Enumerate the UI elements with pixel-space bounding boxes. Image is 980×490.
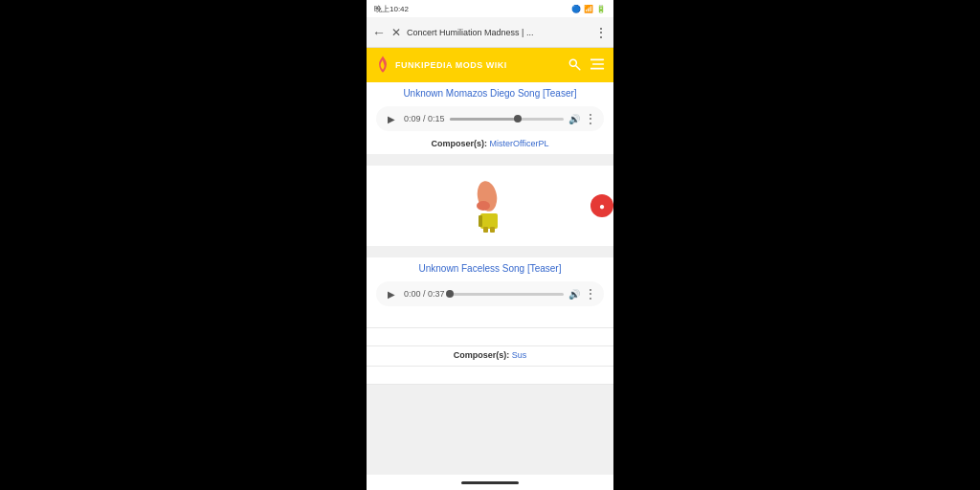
status-bar: 晚上10:42 🔵 📶 🔋 <box>367 0 613 17</box>
momazos-composer-label: Composer(s): <box>432 139 488 148</box>
faceless-section: Unknown Faceless Song [Teaser] ▶ 0:00 / … <box>367 257 613 385</box>
blank-row-2 <box>367 328 613 345</box>
momazos-progress-bar[interactable] <box>450 118 564 121</box>
faceless-volume-button[interactable]: 🔊 <box>568 289 580 300</box>
red-circle-icon: ● <box>599 201 605 212</box>
faceless-progress-thumb <box>446 290 454 298</box>
search-icon[interactable] <box>568 57 581 74</box>
thin-line-4 <box>367 384 613 385</box>
browser-bar: ← ✕ Concert Humiliation Madness | ... ⋮ <box>367 17 613 48</box>
close-tab-button[interactable]: ✕ <box>391 26 401 39</box>
wiki-flame-icon <box>374 55 391 76</box>
url-bar[interactable]: Concert Humiliation Madness | ... <box>407 28 589 37</box>
momazos-progress-fill <box>450 118 519 121</box>
wiki-title: FUNKIPEDIA MODS WIKI <box>395 60 507 70</box>
momazos-more-button[interactable]: ⋮ <box>585 112 596 125</box>
blank-row-3 <box>367 367 613 384</box>
phone-frame: 晚上10:42 🔵 📶 🔋 ← ✕ Concert Humiliation Ma… <box>367 0 613 490</box>
svg-rect-9 <box>483 227 488 233</box>
character-svg <box>466 177 514 239</box>
character-image-section: ● <box>367 166 613 246</box>
bluetooth-icon: 🔵 <box>571 5 581 13</box>
character-image-wrapper <box>367 166 613 246</box>
momazos-play-button[interactable]: ▶ <box>384 111 399 126</box>
faceless-composer-name[interactable]: Sus <box>512 350 527 360</box>
faceless-more-button[interactable]: ⋮ <box>585 287 596 301</box>
svg-rect-10 <box>490 227 495 233</box>
faceless-progress-bar[interactable] <box>450 293 564 296</box>
momazos-composer: Composer(s): MisterOfficerPL <box>367 135 613 154</box>
momazos-time: 0:09 / 0:15 <box>404 114 445 123</box>
hamburger-menu-icon[interactable] <box>590 57 606 74</box>
wiki-icons <box>568 57 606 74</box>
battery-icon: 🔋 <box>596 5 606 13</box>
bottom-bar <box>367 475 613 490</box>
faceless-play-button[interactable]: ▶ <box>384 286 399 301</box>
svg-rect-7 <box>480 213 498 229</box>
faceless-audio-player: ▶ 0:00 / 0:37 🔊 ⋮ <box>376 281 604 306</box>
svg-rect-8 <box>479 215 482 227</box>
momazos-song-title[interactable]: Unknown Momazos Diego Song [Teaser] <box>367 82 613 102</box>
faceless-song-title[interactable]: Unknown Faceless Song [Teaser] <box>367 257 613 278</box>
faceless-character-image <box>466 177 514 234</box>
signal-icon: 📶 <box>584 5 593 13</box>
faceless-time: 0:00 / 0:37 <box>404 289 445 299</box>
wiki-logo: FUNKIPEDIA MODS WIKI <box>374 55 568 76</box>
momazos-volume-button[interactable]: 🔊 <box>568 114 580 124</box>
status-time: 晚上10:42 <box>374 4 409 14</box>
momazos-composer-name[interactable]: MisterOfficerPL <box>490 139 549 148</box>
svg-point-6 <box>477 201 490 211</box>
faceless-composer-label: Composer(s): <box>454 350 510 360</box>
back-button[interactable]: ← <box>372 25 386 40</box>
home-indicator <box>461 481 519 484</box>
faceless-composer: Composer(s): Sus <box>367 346 613 366</box>
browser-menu-button[interactable]: ⋮ <box>594 25 608 40</box>
content-area: Unknown Momazos Diego Song [Teaser] ▶ 0:… <box>367 82 613 475</box>
svg-line-1 <box>576 65 580 69</box>
red-action-button[interactable]: ● <box>590 194 613 217</box>
status-right-icons: 🔵 📶 🔋 <box>571 5 606 13</box>
momazos-section: Unknown Momazos Diego Song [Teaser] ▶ 0:… <box>367 82 613 154</box>
momazos-progress-thumb <box>514 115 522 122</box>
wiki-header: FUNKIPEDIA MODS WIKI <box>367 48 613 82</box>
momazos-audio-player: ▶ 0:09 / 0:15 🔊 ⋮ <box>376 106 604 131</box>
blank-row-1 <box>367 310 613 327</box>
